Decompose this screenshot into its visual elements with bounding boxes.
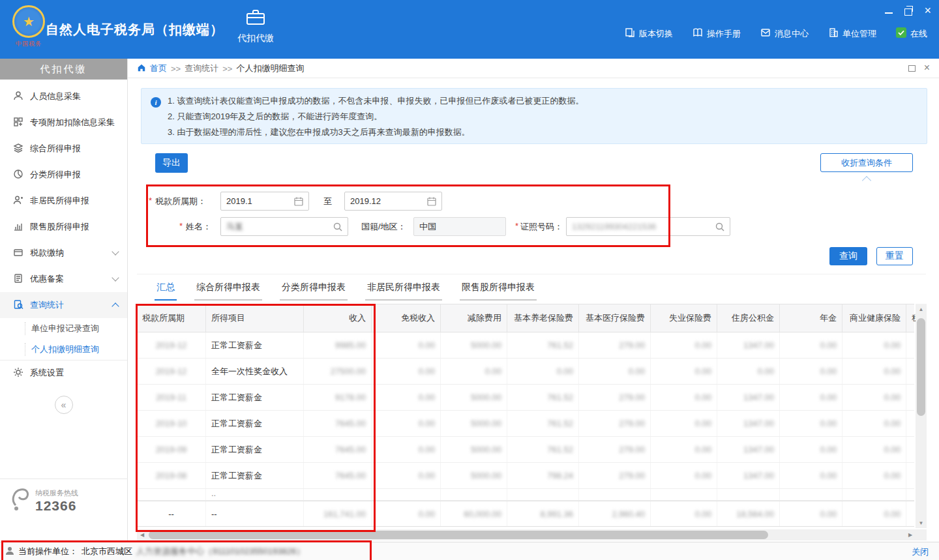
close-button[interactable]: ×: [924, 5, 931, 16]
online-label: 在线: [910, 28, 927, 40]
calendar-icon[interactable]: [293, 196, 304, 209]
collapse-filter-button[interactable]: 收折查询条件: [820, 153, 913, 172]
sidebar: 代扣代缴 人员信息采集 专项附加扣除信息采集 综合所得申报 分类所得申报 非居民…: [0, 59, 128, 542]
scroll-down-icon[interactable]: ▼: [916, 518, 927, 528]
table-row[interactable]: 2019-12全年一次性奖金收入27500.000.000.000.000.00…: [137, 359, 914, 385]
panel-close-icon[interactable]: ×: [924, 62, 930, 74]
table-cell: [906, 411, 914, 436]
hotline-number: 12366: [35, 498, 76, 513]
sidebar-subitem-unit-declaration-query[interactable]: 单位申报记录查询: [0, 318, 127, 339]
sidebar-item-personnel-info[interactable]: 人员信息采集: [0, 83, 127, 110]
table-cell: [780, 489, 842, 500]
table-cell: 0.00: [372, 463, 441, 488]
reset-button[interactable]: 重置: [876, 247, 913, 265]
main-content: i 1. 该查询统计表仅能查询已申报成功的数据，不包含未申报、申报失败，已申报但…: [128, 78, 939, 542]
table-cell: 798.24: [507, 463, 579, 488]
tab-withholding[interactable]: 代扣代缴: [230, 9, 282, 44]
unit-management-link[interactable]: 单位管理: [828, 27, 876, 40]
table-cell: 0.00: [842, 411, 906, 436]
table-cell: 1347.00: [717, 463, 780, 488]
table-cell: 0.00: [651, 411, 717, 436]
panel-restore-icon[interactable]: [908, 65, 916, 72]
calendar-icon[interactable]: [426, 196, 437, 209]
breadcrumb-bar: 首页 >> 查询统计 >> 个人扣缴明细查询 ×: [128, 59, 939, 78]
scroll-right-icon[interactable]: ▶: [905, 529, 916, 540]
tab-3[interactable]: 非居民所得申报表: [365, 279, 442, 301]
tab-0[interactable]: 汇总: [155, 279, 177, 301]
vertical-scrollbar[interactable]: ▲ ▼: [916, 304, 927, 528]
period-to-input[interactable]: 2019.12: [344, 192, 442, 211]
table-cell: 0.00: [780, 501, 842, 526]
sidebar-item-nonresident-income[interactable]: 非居民所得申报: [0, 188, 127, 214]
table-cell: 5000.00: [441, 332, 507, 358]
current-unit-blurred: 人力资源服务中心（911101023550193826）: [136, 546, 305, 557]
table-row[interactable]: 2019-08正常工资薪金7645.000.005000.00798.24279…: [137, 463, 914, 489]
horizontal-scrollbar[interactable]: ◀ ▶: [137, 529, 916, 540]
table-cell: 0.00: [780, 385, 842, 410]
unit-management-label: 单位管理: [842, 28, 876, 40]
period-to-value: 2019.12: [350, 196, 381, 206]
summary-row[interactable]: ----161,741.000.0060,000.008,991.362,960…: [137, 501, 914, 527]
required-star: *: [515, 221, 518, 231]
manual-link[interactable]: 操作手册: [693, 27, 741, 40]
table-cell: 7645.00: [304, 411, 372, 436]
sidebar-item-preferential-filing[interactable]: 优惠备案: [0, 266, 127, 292]
query-button[interactable]: 查询: [829, 247, 867, 265]
version-switch-link[interactable]: 版本切换: [625, 27, 673, 40]
minimize-button[interactable]: [885, 12, 893, 14]
table-cell: 0.00: [651, 463, 717, 488]
table-cell: 正常工资薪金: [206, 385, 304, 410]
cert-number-input[interactable]: 132921199304221536: [566, 217, 730, 236]
table-cell: 2019-10: [137, 411, 206, 436]
sidebar-item-restricted-shares[interactable]: 限售股所得申报: [0, 214, 127, 240]
scroll-left-icon[interactable]: ◀: [137, 529, 147, 540]
sidebar-item-label: 专项附加扣除信息采集: [30, 117, 118, 128]
to-label: 至: [323, 196, 332, 207]
table-row-partial[interactable]: ..: [137, 489, 914, 501]
tab-4[interactable]: 限售股所得申报表: [460, 279, 537, 301]
tab-2[interactable]: 分类所得申报表: [280, 279, 348, 301]
search-icon[interactable]: [333, 222, 343, 234]
nationality-input[interactable]: 中国: [413, 217, 506, 236]
statusbar-close-link[interactable]: 关闭: [912, 546, 929, 558]
collapse-caret-icon[interactable]: [862, 176, 871, 185]
message-center-link[interactable]: 消息中心: [760, 27, 809, 40]
chevron-down-icon: [112, 248, 119, 255]
sidebar-item-classified-income[interactable]: 分类所得申报: [0, 162, 127, 188]
sidebar-item-query-statistics[interactable]: 查询统计: [0, 292, 127, 318]
table-row[interactable]: 2019-10正常工资薪金7645.000.005000.00761.52279…: [137, 411, 914, 437]
name-input[interactable]: 马某: [220, 217, 348, 236]
breadcrumb-level1[interactable]: 查询统计: [185, 63, 218, 74]
restore-button[interactable]: [904, 8, 912, 16]
grid-list-icon: [13, 117, 23, 129]
table-cell: 279.00: [579, 411, 651, 436]
vertical-scroll-thumb[interactable]: [917, 318, 925, 416]
sidebar-item-special-deduction[interactable]: 专项附加扣除信息采集: [0, 110, 127, 136]
table-row[interactable]: 2019-09正常工资薪金7645.000.005000.00761.52279…: [137, 437, 914, 463]
document-icon: [13, 273, 23, 286]
sidebar-item-tax-payment[interactable]: 税款缴纳: [0, 240, 127, 266]
message-center-label: 消息中心: [775, 28, 809, 40]
period-label: 税款所属期：: [155, 196, 206, 207]
scroll-up-icon[interactable]: ▲: [916, 304, 927, 314]
sidebar-item-comprehensive-income[interactable]: 综合所得申报: [0, 136, 127, 162]
table-summary-row: ----161,741.000.0060,000.008,991.362,960…: [137, 501, 914, 527]
sidebar-item-system-settings[interactable]: 系统设置: [0, 360, 127, 385]
export-button[interactable]: 导出: [155, 153, 188, 173]
table-cell: 0.00: [441, 359, 507, 384]
table-cell: 2019-12: [137, 332, 206, 358]
table-row[interactable]: 2019-12正常工资薪金9985.000.005000.00761.52279…: [137, 332, 914, 359]
period-from-input[interactable]: 2019.1: [220, 192, 309, 211]
sidebar-subitem-personal-withholding-query[interactable]: 个人扣缴明细查询: [0, 339, 127, 360]
table-row[interactable]: 2019-11正常工资薪金9178.000.005000.00761.52279…: [137, 385, 914, 411]
sidebar-collapse-button[interactable]: «: [55, 396, 73, 414]
horizontal-scroll-thumb[interactable]: [149, 531, 768, 539]
online-status[interactable]: 在线: [896, 27, 927, 40]
table-cell: [507, 489, 579, 500]
tab-1[interactable]: 综合所得申报表: [194, 279, 262, 301]
table-cell: 27500.00: [304, 359, 372, 384]
breadcrumb-home[interactable]: 首页: [150, 63, 167, 74]
table-cell: 0.00: [651, 501, 717, 526]
search-icon[interactable]: [715, 222, 725, 234]
table-cell: 60,000.00: [441, 501, 507, 526]
